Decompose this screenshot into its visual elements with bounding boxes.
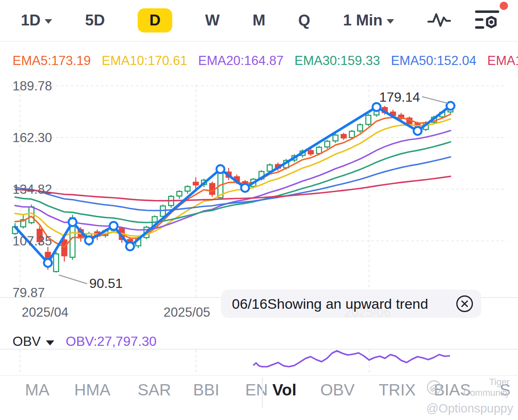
legend-ema30: EMA30:159.33: [294, 53, 380, 68]
legend-ema5: EMA5:173.19: [13, 53, 91, 68]
candles-layer: [13, 105, 453, 272]
notification-dot: [500, 2, 508, 10]
timeframe-week-button[interactable]: W: [205, 12, 220, 29]
legend-ema20: EMA20:164.87: [198, 53, 284, 68]
trend-pivot-marker: [414, 127, 422, 135]
y-axis-tick-label: 189.78: [13, 79, 52, 93]
timeframe-1min-button[interactable]: 1 Min: [343, 12, 395, 29]
tab-obv[interactable]: OBV: [320, 381, 355, 399]
timeframe-1d-button[interactable]: 1D: [21, 12, 52, 29]
tab-vol[interactable]: Vol: [272, 381, 297, 399]
trend-pivot-marker: [241, 184, 249, 192]
obv-indicator-row: OBV OBV:27,797.30: [13, 334, 156, 349]
chart-annotations: 90.51179.14: [59, 90, 448, 291]
trend-pivot-marker: [110, 222, 118, 230]
tabbar-divider: [262, 378, 263, 408]
tab-ene[interactable]: EN: [245, 381, 268, 399]
toast-close-button[interactable]: [455, 295, 474, 313]
tab-sar[interactable]: SAR: [138, 381, 171, 399]
price-callout: 90.51: [89, 276, 123, 291]
trend-toast-text: 06/16Showing an upward trend: [232, 296, 428, 312]
legend-ema10: EMA10:170.61: [102, 53, 187, 68]
indicator-settings-icon: [475, 8, 501, 32]
obv-pane: [253, 351, 450, 367]
trend-pivot-marker: [68, 218, 76, 226]
trading-chart-screen: 90.51179.14189.78162.30134.82107.3579.87…: [0, 0, 518, 420]
ema-legend: EMA5:173.19EMA10:170.61EMA20:164.87EMA30…: [13, 52, 505, 69]
timeframe-toolbar: 1D 5D D W M Q 1 Min: [0, 0, 518, 42]
trend-pivot-marker: [126, 242, 134, 250]
line-chart-toggle-button[interactable]: [427, 10, 451, 30]
timeframe-day-button[interactable]: D: [138, 8, 172, 32]
tab-bbi[interactable]: BBI: [193, 381, 219, 399]
y-axis-tick-label: 107.35: [13, 234, 52, 248]
x-axis-date-label: 2025/04: [22, 305, 68, 320]
legend-ema120: EMA120:142.21: [487, 53, 518, 68]
obv-indicator-value: OBV:27,797.30: [66, 334, 157, 349]
x-axis-date-label: 2025/05: [163, 305, 210, 320]
y-axis-tick-label: 134.82: [13, 182, 52, 197]
indicator-tabbar: MA HMA SAR BBI EN Vol OBV TRIX BIAS S: [0, 375, 518, 420]
price-callout: 179.14: [379, 90, 420, 105]
y-axis-tick-label: 162.30: [13, 130, 52, 145]
tab-ma[interactable]: MA: [25, 381, 50, 399]
tab-hma[interactable]: HMA: [74, 381, 111, 399]
legend-ema50: EMA50:152.04: [391, 53, 476, 68]
chevron-down-icon: [45, 19, 52, 24]
tab-trix[interactable]: TRIX: [379, 381, 416, 399]
pulse-icon: [427, 10, 451, 30]
trend-pivot-marker: [216, 165, 224, 173]
chevron-down-icon[interactable]: [46, 340, 54, 345]
tab-s[interactable]: S: [500, 381, 510, 399]
y-axis-tick-label: 79.87: [13, 285, 45, 300]
chevron-down-icon: [387, 19, 394, 24]
timeframe-5d-button[interactable]: 5D: [85, 12, 105, 29]
timeframe-1d-label: 1D: [21, 12, 40, 29]
close-icon: [455, 295, 474, 313]
indicator-settings-button[interactable]: [475, 8, 501, 32]
trend-toast: 06/16Showing an upward trend: [221, 290, 481, 318]
timeframe-quarter-button[interactable]: Q: [298, 12, 310, 29]
trend-pivot-marker: [85, 236, 93, 244]
obv-indicator-name[interactable]: OBV: [13, 334, 41, 349]
timeframe-month-button[interactable]: M: [252, 12, 265, 29]
tab-bias[interactable]: BIAS: [434, 381, 471, 399]
trend-pivot-marker: [44, 259, 52, 267]
